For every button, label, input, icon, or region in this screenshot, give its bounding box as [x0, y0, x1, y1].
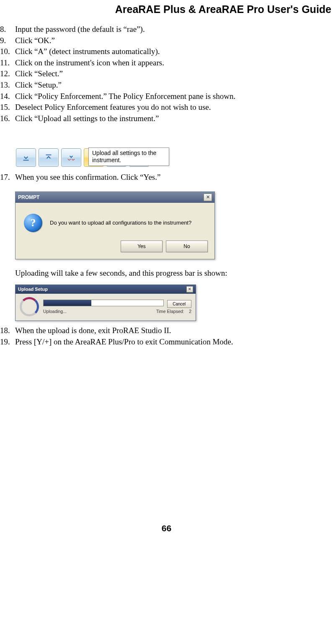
- step-text: Click “Upload all settings to the instru…: [15, 113, 159, 124]
- prompt-dialog: PROMPT ✕ ? Do you want to upload all con…: [15, 191, 215, 259]
- elapsed-label: Time Elapsed:: [156, 309, 184, 314]
- step-num: 14.: [0, 91, 15, 102]
- yes-button[interactable]: Yes: [121, 241, 163, 252]
- progress-bar: [43, 300, 164, 306]
- step-text: Click “OK.”: [15, 35, 55, 47]
- close-button[interactable]: ✕: [204, 194, 212, 201]
- step-text: When you see this confirmation. Click “Y…: [15, 172, 160, 183]
- upload-button[interactable]: [39, 148, 59, 167]
- step-text: Deselect Policy Enforcement features you…: [15, 102, 211, 113]
- cancel-button[interactable]: Cancel: [167, 300, 191, 308]
- step-text: Input the password (the default is “rae”…: [15, 24, 145, 35]
- question-icon: ?: [24, 214, 42, 232]
- step-num: 19.: [0, 336, 15, 348]
- dialog-message: Do you want to upload all configurations…: [50, 220, 191, 226]
- close-icon: ✕: [188, 287, 191, 291]
- progress-status: Uploading...: [43, 309, 67, 314]
- steps-list-a: 8.Input the password (the default is “ra…: [0, 24, 333, 124]
- elapsed-value: 2: [189, 309, 191, 314]
- step-num: 11.: [0, 57, 15, 69]
- step-num: 16.: [0, 113, 15, 124]
- step-text: Press [Y/+] on the AreaRAE Plus/Pro to e…: [15, 336, 233, 348]
- spinner-icon: [20, 297, 39, 316]
- page-number: 66: [0, 523, 333, 533]
- no-button[interactable]: No: [166, 241, 208, 252]
- download-all-button[interactable]: [61, 148, 81, 167]
- progress-title-text: Upload Setup: [18, 287, 48, 292]
- download-all-icon: [67, 153, 76, 162]
- close-icon: ✕: [206, 194, 210, 200]
- dialog-title-text: PROMPT: [18, 194, 39, 200]
- step-num: 10.: [0, 46, 15, 57]
- step-text: Click “Setup.”: [15, 80, 62, 91]
- step-num: 15.: [0, 102, 15, 113]
- step-num: 17.: [0, 172, 15, 183]
- step-text: Click “A” (detect instruments automatica…: [15, 46, 160, 57]
- step-text: Click on the instrument's icon when it a…: [15, 57, 164, 69]
- download-button[interactable]: [16, 148, 36, 167]
- dialog-titlebar: PROMPT ✕: [15, 192, 214, 203]
- close-button[interactable]: ✕: [186, 286, 193, 292]
- tooltip: Upload all settings to the instrument.: [88, 147, 169, 166]
- step-text: Click “Policy Enforcement.” The Policy E…: [15, 91, 235, 102]
- progress-titlebar: Upload Setup ✕: [15, 285, 196, 294]
- step-num: 9.: [0, 35, 15, 47]
- step-num: 13.: [0, 80, 15, 91]
- step-num: 8.: [0, 24, 15, 35]
- upload-icon: [44, 153, 53, 162]
- toolbar-figure: Upload all settings to the instrument.: [15, 147, 170, 168]
- step-num: 18.: [0, 325, 15, 336]
- step-text: Click “Select.”: [15, 68, 63, 80]
- progress-intro: Uploading will take a few seconds, and t…: [15, 269, 333, 278]
- progress-dialog: Upload Setup ✕ Cancel Uploading... Time …: [15, 284, 196, 321]
- step-text: When the upload is done, exit ProRAE Stu…: [15, 325, 171, 336]
- step-num: 12.: [0, 68, 15, 80]
- page-header: AreaRAE Plus & AreaRAE Pro User's Guide: [0, 0, 333, 24]
- steps-list-b: 18.When the upload is done, exit ProRAE …: [0, 325, 333, 347]
- steps-list-17: 17.When you see this confirmation. Click…: [0, 172, 333, 183]
- download-icon: [21, 153, 31, 162]
